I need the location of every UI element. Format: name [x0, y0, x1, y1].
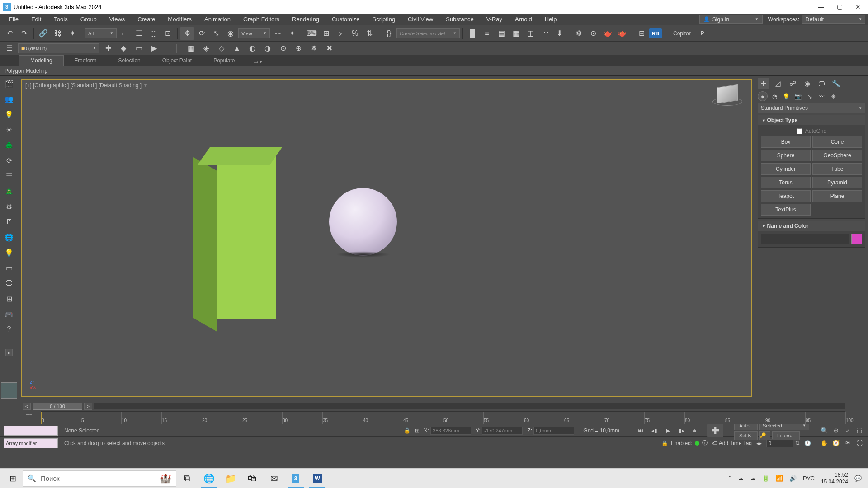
globe-icon[interactable]: 🌐: [3, 231, 15, 243]
current-frame-input[interactable]: [766, 439, 793, 447]
sphere-object[interactable]: [329, 188, 397, 256]
menu-modifiers[interactable]: Modifiers: [161, 14, 198, 25]
tree-icon[interactable]: 🌲: [3, 139, 15, 151]
snap-working-pivot-icon[interactable]: ║: [169, 42, 182, 55]
snap-face-icon[interactable]: ▲: [230, 42, 244, 55]
time-ruler[interactable]: 0510152025303540455055606570758085909510…: [41, 411, 845, 424]
pivot-center-button[interactable]: ⊹: [271, 27, 284, 40]
transform-type-icon[interactable]: ⊞: [415, 427, 420, 434]
snap-edge-icon[interactable]: ◇: [215, 42, 228, 55]
minimize-button[interactable]: —: [818, 3, 824, 10]
start-button[interactable]: ⊞: [3, 469, 23, 488]
list-icon[interactable]: ☰: [3, 170, 15, 182]
render-iterative-button[interactable]: 🫖: [615, 27, 629, 40]
coord-z-input[interactable]: [533, 427, 574, 435]
lights-category-icon[interactable]: 💡: [781, 91, 791, 101]
taskbar-store[interactable]: 🛍: [241, 469, 263, 488]
toggle-ribbon-button[interactable]: ▦: [509, 27, 523, 40]
select-object-button[interactable]: ▭: [118, 27, 131, 40]
help-icon[interactable]: ?: [3, 324, 15, 335]
prim-cone[interactable]: Cone: [812, 136, 862, 148]
viewport-thumbnail[interactable]: [1, 382, 17, 399]
window-crossing-button[interactable]: ⊡: [161, 27, 175, 40]
ribbon-panel-label[interactable]: Polygon Modeling: [0, 66, 868, 76]
workspace-selector[interactable]: Default: [802, 15, 865, 24]
taskbar-word[interactable]: W: [307, 469, 328, 488]
fov-icon[interactable]: 👁: [843, 439, 853, 448]
zoom-icon[interactable]: 🔍: [819, 426, 829, 435]
placement-button[interactable]: ◉: [224, 27, 237, 40]
mini-curve-icon[interactable]: 〰: [26, 412, 37, 420]
play-button[interactable]: ▶: [662, 426, 674, 435]
edit-selection-set-button[interactable]: {}: [382, 27, 396, 40]
menu-rendering[interactable]: Rendering: [286, 14, 326, 25]
angle-snap-button[interactable]: ⦠: [334, 27, 347, 40]
vray-toolbar-icon[interactable]: ⊞: [635, 27, 648, 40]
menu-scripting[interactable]: Scripting: [366, 14, 402, 25]
signin-dropdown[interactable]: Sign In: [699, 15, 763, 24]
tray-onedrive-icon[interactable]: ☁: [738, 475, 744, 482]
prev-frame-button[interactable]: ◂▮: [648, 426, 660, 435]
curve-editor-button[interactable]: ◫: [524, 27, 537, 40]
viewport[interactable]: [+] [Orthographic ] [Standard ] [Default…: [21, 79, 752, 397]
menu-customize[interactable]: Customize: [326, 14, 366, 25]
select-layer-button[interactable]: ▭: [132, 42, 146, 55]
goto-start-button[interactable]: ⏮: [635, 426, 646, 435]
layer-explorer-icon[interactable]: ☰: [3, 42, 16, 55]
p-label[interactable]: P: [697, 30, 708, 37]
tray-notifications-icon[interactable]: 💬: [854, 475, 862, 482]
layer-dropdown[interactable]: ■ 0 (default): [18, 43, 99, 53]
layer-manager-icon[interactable]: 👥: [3, 93, 15, 105]
bind-spacewarp-button[interactable]: ✦: [66, 27, 79, 40]
light-lister-icon[interactable]: 💡: [3, 108, 15, 120]
scene-explorer-icon[interactable]: 🎬: [3, 78, 15, 89]
time-prev-button[interactable]: <: [23, 403, 31, 410]
create-tab-icon[interactable]: ✚: [758, 78, 769, 89]
link-button[interactable]: 🔗: [37, 27, 50, 40]
bulb-idea-icon[interactable]: 💡: [3, 247, 15, 258]
taskbar-explorer[interactable]: 📁: [220, 469, 241, 488]
schematic-view-button[interactable]: 〰: [538, 27, 552, 40]
prim-torus[interactable]: Torus: [761, 177, 811, 188]
taskbar-edge[interactable]: 🌐: [198, 469, 220, 488]
selection-set-dropdown[interactable]: Create Selection Set: [396, 28, 460, 38]
new-layer-button[interactable]: ✚: [101, 42, 115, 55]
time-slider-handle[interactable]: 0 / 100: [33, 403, 82, 410]
maximize-button[interactable]: ▢: [837, 3, 843, 10]
menu-vray[interactable]: V-Ray: [480, 14, 509, 25]
zoom-all-icon[interactable]: ⊕: [831, 426, 841, 435]
windows-search[interactable]: 🔍 Поиск🏰: [23, 470, 176, 487]
zoom-extents-icon[interactable]: ⤢: [843, 426, 853, 435]
move-button[interactable]: ✥: [180, 27, 194, 40]
set-key-big-button[interactable]: ✚: [707, 424, 723, 437]
gamepad-icon[interactable]: 🎮: [3, 308, 15, 320]
modify-tab-icon[interactable]: ◿: [772, 78, 784, 89]
time-slider-track[interactable]: [94, 403, 845, 409]
task-view-icon[interactable]: ⧉: [176, 469, 198, 488]
tray-chevron-icon[interactable]: ˄: [728, 475, 731, 482]
tray-wifi-icon[interactable]: 📶: [776, 475, 783, 482]
utilities-tab-icon[interactable]: 🔧: [830, 78, 842, 89]
time-next-button[interactable]: >: [84, 403, 92, 410]
viewport-label[interactable]: [+] [Orthographic ] [Standard ] [Default…: [25, 82, 147, 89]
prim-cylinder[interactable]: Cylinder: [761, 163, 811, 175]
rb-badge[interactable]: RB: [649, 28, 662, 38]
lock-selection-icon[interactable]: 🔒: [404, 427, 410, 434]
keyboard-shortcut-button[interactable]: ⌨: [305, 27, 318, 40]
shapes-category-icon[interactable]: ◔: [769, 91, 779, 101]
menu-arnold[interactable]: Arnold: [509, 14, 538, 25]
tray-language[interactable]: РУС: [803, 475, 815, 482]
ribbon-tab-populate[interactable]: Populate: [203, 56, 245, 66]
percent-snap-button[interactable]: %: [348, 27, 362, 40]
ribbon-tab-object-paint[interactable]: Object Paint: [151, 56, 203, 66]
render-production-button[interactable]: 🫖: [601, 27, 614, 40]
refresh-icon[interactable]: ⟳: [3, 155, 15, 166]
prim-pyramid[interactable]: Pyramid: [812, 177, 862, 188]
monitor-icon[interactable]: ▭: [3, 262, 15, 274]
coord-x-input[interactable]: [430, 427, 471, 435]
prim-geosphere[interactable]: GeoSphere: [812, 150, 862, 161]
mirror-button[interactable]: ▐▌: [466, 27, 479, 40]
rotate-button[interactable]: ⟳: [195, 27, 208, 40]
prim-plane[interactable]: Plane: [812, 190, 862, 202]
coord-y-input[interactable]: [482, 427, 523, 435]
